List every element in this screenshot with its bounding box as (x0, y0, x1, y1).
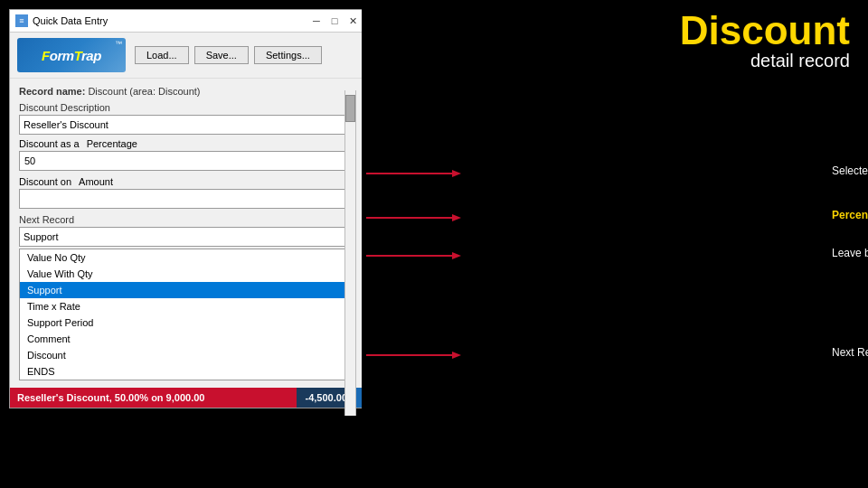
next-record-section: Next Record Support ▾ Value No Qty Value… (19, 214, 356, 380)
formtrap-logo: FormTrap ™ (17, 38, 126, 72)
percentage-input[interactable]: 50 (19, 151, 356, 171)
bottom-bar: Reseller's Discount, 50.00% on 9,000.00 … (10, 388, 365, 408)
form-content: Record name: Discount (area: Discount) D… (10, 79, 365, 388)
record-name-value: Discount (area: Discount) (88, 86, 200, 97)
close-button[interactable]: ✕ (345, 14, 360, 28)
percentage-label: Percentage (87, 138, 137, 149)
annotation-3: Leave blank for accumulated value to thi… (832, 247, 868, 259)
svg-marker-3 (452, 214, 461, 221)
quick-data-entry-dialog: ≡ Quick Data Entry ─ □ ✕ FormTrap ™ Load… (9, 9, 366, 408)
amount-label: Amount (79, 176, 113, 187)
svg-marker-5 (452, 252, 461, 259)
next-record-dropdown-list: Value No Qty Value With Qty Support Time… (19, 249, 356, 380)
vertical-scrollbar[interactable] (344, 90, 356, 416)
list-item-discount[interactable]: Discount (20, 347, 355, 363)
big-title: Discount detail record (680, 11, 850, 71)
title-bar-left: ≡ Quick Data Entry (15, 14, 108, 27)
list-item-support-period[interactable]: Support Period (20, 314, 355, 331)
discount-description-select[interactable]: Reseller's Discount (19, 115, 356, 135)
title-bar: ≡ Quick Data Entry ─ □ ✕ (10, 10, 365, 33)
discount-description-label: Discount Description (19, 102, 356, 113)
title-controls: ─ □ ✕ (309, 14, 360, 28)
bottom-text: Reseller's Discount, 50.00% on 9,000.00 (10, 388, 297, 408)
dialog-icon: ≡ (15, 14, 28, 27)
load-button[interactable]: Load... (135, 46, 189, 64)
annotation-2: Percentage is unit price (832, 209, 868, 221)
logo-text: FormTrap (42, 48, 101, 63)
annotation-4: Next Record we've chosen Support … outpu… (832, 346, 868, 359)
svg-marker-1 (452, 170, 461, 177)
settings-button[interactable]: Settings... (254, 46, 322, 64)
list-item-ends[interactable]: ENDS (20, 363, 355, 380)
list-item-value-with-qty[interactable]: Value With Qty (20, 266, 355, 282)
annotation-2-highlight: Percentage (832, 209, 868, 221)
logo-tm: ™ (115, 40, 122, 48)
discount-as-label: Discount as a (19, 138, 80, 149)
discount-description-combo[interactable]: Reseller's Discount ▾ (19, 115, 356, 135)
list-item-comment[interactable]: Comment (20, 331, 355, 347)
discount-on-row: Discount on Amount (19, 176, 356, 187)
dialog-title: Quick Data Entry (33, 15, 108, 26)
record-name-label: Record name: (19, 86, 85, 97)
record-name-line: Record name: Discount (area: Discount) (19, 86, 356, 97)
next-record-label: Next Record (19, 214, 356, 225)
list-item-time-x-rate[interactable]: Time x Rate (20, 298, 355, 314)
big-title-main: Discount (680, 11, 850, 51)
amount-input[interactable] (19, 189, 356, 209)
next-record-select[interactable]: Support (19, 227, 356, 247)
svg-marker-7 (452, 352, 461, 359)
list-item-value-no-qty[interactable]: Value No Qty (20, 249, 355, 266)
discount-on-label: Discount on (19, 176, 71, 187)
scrollbar-thumb[interactable] (345, 95, 355, 122)
big-title-sub: detail record (680, 51, 850, 71)
annotations-svg (362, 0, 868, 488)
maximize-button[interactable]: □ (327, 14, 342, 28)
discount-as-row: Discount as a Percentage (19, 138, 356, 149)
list-item-support[interactable]: Support (20, 282, 355, 298)
save-button[interactable]: Save... (194, 46, 249, 64)
minimize-button[interactable]: ─ (309, 14, 324, 28)
annotation-panel: Discount detail record Selected from a l… (362, 0, 868, 488)
next-record-combo[interactable]: Support ▾ (19, 227, 356, 247)
annotation-1: Selected from a list, leave blank for Di… (832, 164, 868, 177)
